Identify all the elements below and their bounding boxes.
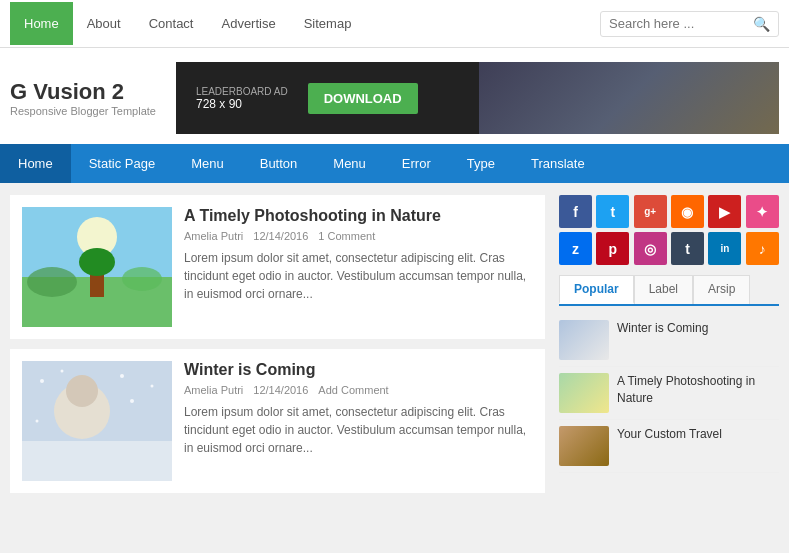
nav-item-sitemap[interactable]: Sitemap bbox=[290, 2, 366, 45]
tab-popular[interactable]: Popular bbox=[559, 275, 634, 304]
popular-posts: Winter is Coming A Timely Photoshooting … bbox=[559, 314, 779, 473]
search-box: 🔍 bbox=[600, 11, 779, 37]
svg-point-13 bbox=[120, 374, 124, 378]
nav-item-home[interactable]: Home bbox=[10, 2, 73, 45]
social-pinterest[interactable]: p bbox=[596, 232, 629, 265]
article-title-1[interactable]: A Timely Photoshooting in Nature bbox=[184, 207, 533, 225]
sidebar-post-1: Winter is Coming bbox=[559, 314, 779, 367]
ad-label: LEADERBOARD AD bbox=[196, 86, 288, 97]
thumb-winter-img bbox=[22, 361, 172, 481]
nav-bar-item-home[interactable]: Home bbox=[0, 144, 71, 183]
social-google-plus[interactable]: g+ bbox=[634, 195, 667, 228]
article-comment-2[interactable]: Add Comment bbox=[318, 384, 388, 396]
sidebar-post-2: A Timely Photoshooting in Nature bbox=[559, 367, 779, 420]
social-tumblr[interactable]: t bbox=[671, 232, 704, 265]
brand-text: G Vusion 2 Responsive Blogger Template bbox=[10, 79, 156, 117]
nav-bar-item-menu2[interactable]: Menu bbox=[315, 144, 384, 183]
sidebar-thumb-1 bbox=[559, 320, 609, 360]
brand-section: G Vusion 2 Responsive Blogger Template L… bbox=[0, 48, 789, 144]
social-twitter[interactable]: t bbox=[596, 195, 629, 228]
sidebar-post-3: Your Custom Travel bbox=[559, 420, 779, 473]
svg-rect-8 bbox=[22, 441, 172, 481]
nature-illustration bbox=[22, 207, 172, 327]
social-rss[interactable]: ◉ bbox=[671, 195, 704, 228]
sidebar-post-title-1[interactable]: Winter is Coming bbox=[617, 320, 708, 337]
top-nav: Home About Contact Advertise Sitemap bbox=[10, 2, 600, 45]
article-comment-1[interactable]: 1 Comment bbox=[318, 230, 375, 242]
nav-bar: Home Static Page Menu Button Menu Error … bbox=[0, 144, 789, 183]
svg-point-4 bbox=[122, 267, 162, 291]
article-author-1: Amelia Putri bbox=[184, 230, 243, 242]
svg-point-15 bbox=[130, 399, 134, 403]
article-body-1: A Timely Photoshooting in Nature Amelia … bbox=[184, 207, 533, 327]
social-instagram[interactable]: ◎ bbox=[634, 232, 667, 265]
search-button[interactable]: 🔍 bbox=[753, 16, 770, 32]
article-card-1: A Timely Photoshooting in Nature Amelia … bbox=[10, 195, 545, 339]
social-linkedin[interactable]: in bbox=[708, 232, 741, 265]
article-meta-1: Amelia Putri 12/14/2016 1 Comment bbox=[184, 230, 533, 242]
article-thumb-2 bbox=[22, 361, 172, 481]
svg-point-3 bbox=[27, 267, 77, 297]
nav-item-advertise[interactable]: Advertise bbox=[207, 2, 289, 45]
sidebar: f t g+ ◉ ▶ ✦ z p ◎ t in ♪ Popular Label … bbox=[559, 195, 779, 493]
sidebar-post-title-2[interactable]: A Timely Photoshooting in Nature bbox=[617, 373, 779, 407]
social-grid: f t g+ ◉ ▶ ✦ z p ◎ t in ♪ bbox=[559, 195, 779, 265]
nav-bar-item-button[interactable]: Button bbox=[242, 144, 316, 183]
header: Home About Contact Advertise Sitemap 🔍 bbox=[0, 0, 789, 48]
article-card-2: Winter is Coming Amelia Putri 12/14/2016… bbox=[10, 349, 545, 493]
nav-bar-item-type[interactable]: Type bbox=[449, 144, 513, 183]
svg-point-10 bbox=[66, 375, 98, 407]
brand-subtitle: Responsive Blogger Template bbox=[10, 105, 156, 117]
nav-bar-item-error[interactable]: Error bbox=[384, 144, 449, 183]
svg-point-6 bbox=[79, 248, 115, 276]
social-facebook[interactable]: f bbox=[559, 195, 592, 228]
sidebar-thumb-2 bbox=[559, 373, 609, 413]
svg-point-14 bbox=[151, 385, 154, 388]
ad-size: 728 x 90 bbox=[196, 97, 288, 111]
svg-point-11 bbox=[40, 379, 44, 383]
social-soundcloud[interactable]: ♪ bbox=[746, 232, 779, 265]
article-excerpt-1: Lorem ipsum dolor sit amet, consectetur … bbox=[184, 249, 533, 303]
article-thumb-1 bbox=[22, 207, 172, 327]
article-excerpt-2: Lorem ipsum dolor sit amet, consectetur … bbox=[184, 403, 533, 457]
nav-bar-item-translate[interactable]: Translate bbox=[513, 144, 603, 183]
svg-point-12 bbox=[61, 370, 64, 373]
leaderboard-ad: LEADERBOARD AD 728 x 90 DOWNLOAD bbox=[176, 62, 779, 134]
article-title-2[interactable]: Winter is Coming bbox=[184, 361, 533, 379]
tab-label[interactable]: Label bbox=[634, 275, 693, 304]
social-youtube[interactable]: ▶ bbox=[708, 195, 741, 228]
sidebar-post-title-3[interactable]: Your Custom Travel bbox=[617, 426, 722, 443]
content-area: A Timely Photoshooting in Nature Amelia … bbox=[10, 195, 545, 493]
main-layout: A Timely Photoshooting in Nature Amelia … bbox=[0, 183, 789, 505]
sidebar-thumb-3 bbox=[559, 426, 609, 466]
article-author-2: Amelia Putri bbox=[184, 384, 243, 396]
article-body-2: Winter is Coming Amelia Putri 12/14/2016… bbox=[184, 361, 533, 481]
thumb-nature-img bbox=[22, 207, 172, 327]
social-dribbble[interactable]: ✦ bbox=[746, 195, 779, 228]
nav-item-contact[interactable]: Contact bbox=[135, 2, 208, 45]
nav-bar-item-menu1[interactable]: Menu bbox=[173, 144, 242, 183]
social-deviantart[interactable]: z bbox=[559, 232, 592, 265]
article-date-1: 12/14/2016 bbox=[253, 230, 308, 242]
article-meta-2: Amelia Putri 12/14/2016 Add Comment bbox=[184, 384, 533, 396]
ad-download-button[interactable]: DOWNLOAD bbox=[308, 83, 418, 114]
search-input[interactable] bbox=[609, 16, 749, 31]
brand-title: G Vusion 2 bbox=[10, 79, 156, 105]
nav-bar-item-static[interactable]: Static Page bbox=[71, 144, 174, 183]
ad-background bbox=[479, 62, 779, 134]
nav-item-about[interactable]: About bbox=[73, 2, 135, 45]
winter-illustration bbox=[22, 361, 172, 481]
svg-point-16 bbox=[36, 420, 39, 423]
sidebar-tabs: Popular Label Arsip bbox=[559, 275, 779, 306]
tab-arsip[interactable]: Arsip bbox=[693, 275, 750, 304]
article-date-2: 12/14/2016 bbox=[253, 384, 308, 396]
